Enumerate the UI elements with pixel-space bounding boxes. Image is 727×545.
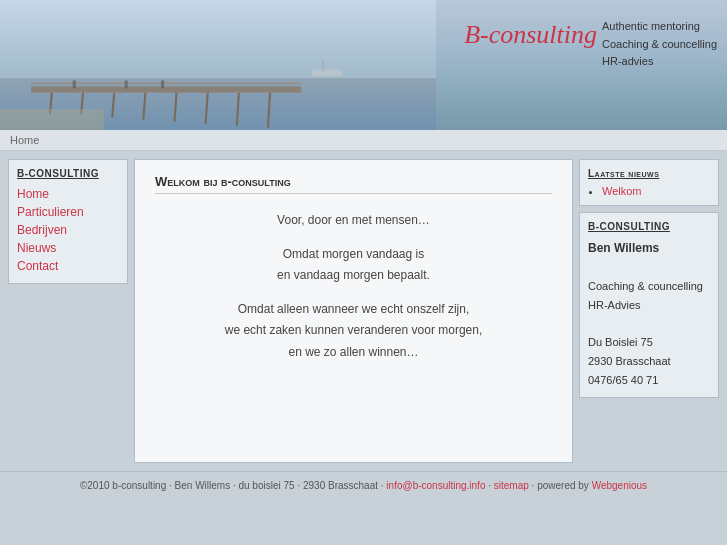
content-p2: Omdat morgen vandaag is en vandaag morge… <box>155 244 552 287</box>
nieuws-list: Welkom <box>588 185 710 197</box>
footer-sitemap[interactable]: sitemap <box>494 480 529 491</box>
svg-rect-14 <box>125 80 128 88</box>
contact-name: Ben Willems <box>588 241 659 255</box>
contact-services: Coaching & councelling HR-Advies <box>588 280 703 311</box>
sidebar-title: B-CONSULTING <box>17 168 119 179</box>
contact-box: B-CONSULTING Ben Willems Coaching & coun… <box>579 212 719 398</box>
footer-powered-text: · powered by <box>532 480 589 491</box>
header: B-consulting Authentic mentoring Coachin… <box>0 0 727 130</box>
svg-rect-3 <box>31 86 301 92</box>
content-body: Voor, door en met mensen… Omdat morgen v… <box>155 210 552 364</box>
svg-rect-13 <box>73 80 76 88</box>
svg-rect-17 <box>322 59 324 71</box>
footer-email[interactable]: info@b-consulting.info <box>386 480 485 491</box>
contact-box-content: Ben Willems Coaching & councelling HR-Ad… <box>588 238 710 389</box>
svg-rect-15 <box>161 80 164 88</box>
right-sidebar: Laatste nieuws Welkom B-CONSULTING Ben W… <box>579 159 719 463</box>
header-taglines: Authentic mentoring Coaching & councelli… <box>602 18 717 71</box>
content-title: Welkom bij b-consulting <box>155 174 552 194</box>
nieuws-link-welkom[interactable]: Welkom <box>602 185 642 197</box>
sidebar-link-bedrijven[interactable]: Bedrijven <box>17 221 119 239</box>
sidebar-link-contact[interactable]: Contact <box>17 257 119 275</box>
sidebar-link-home[interactable]: Home <box>17 185 119 203</box>
main-content: Welkom bij b-consulting Voor, door en me… <box>134 159 573 463</box>
svg-rect-12 <box>31 82 301 84</box>
site-title: B-consulting <box>464 20 597 50</box>
nieuws-box: Laatste nieuws Welkom <box>579 159 719 206</box>
contact-address1: Du Boislei 75 <box>588 336 653 348</box>
nieuws-title: Laatste nieuws <box>588 168 710 179</box>
svg-rect-16 <box>312 70 343 76</box>
breadcrumb: Home <box>0 130 727 151</box>
main-wrapper: B-CONSULTING Home Particulieren Bedrijve… <box>0 151 727 471</box>
tagline-2: Coaching & councelling <box>602 36 717 54</box>
content-p3: Omdat alleen wanneer we echt onszelf zij… <box>155 299 552 364</box>
tagline-1: Authentic mentoring <box>602 18 717 36</box>
contact-address2: 2930 Brasschaat <box>588 355 671 367</box>
footer-text: ©2010 b-consulting · Ben Willems · du bo… <box>80 480 384 491</box>
sidebar-link-particulieren[interactable]: Particulieren <box>17 203 119 221</box>
footer: ©2010 b-consulting · Ben Willems · du bo… <box>0 471 727 499</box>
sidebar: B-CONSULTING Home Particulieren Bedrijve… <box>8 159 128 463</box>
nieuws-item: Welkom <box>602 185 710 197</box>
svg-rect-18 <box>0 109 104 130</box>
svg-rect-2 <box>0 74 436 78</box>
sidebar-link-nieuws[interactable]: Nieuws <box>17 239 119 257</box>
contact-box-title: B-CONSULTING <box>588 221 710 232</box>
contact-phone: 0476/65 40 71 <box>588 374 658 386</box>
sidebar-box: B-CONSULTING Home Particulieren Bedrijve… <box>8 159 128 284</box>
footer-powered-link[interactable]: Webgenious <box>592 480 647 491</box>
content-p1: Voor, door en met mensen… <box>155 210 552 232</box>
tagline-3: HR-advies <box>602 53 717 71</box>
breadcrumb-home[interactable]: Home <box>10 134 39 146</box>
